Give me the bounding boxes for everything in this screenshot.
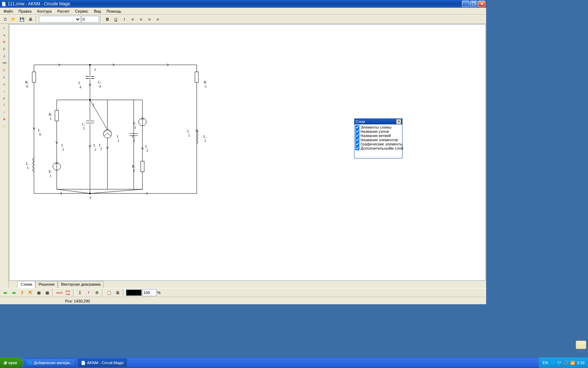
tool-wire[interactable]: ↘ [1,32,8,38]
layer-check[interactable] [355,142,359,146]
tool-emf[interactable]: E [1,46,8,52]
menu-service[interactable]: Сервис [72,8,91,14]
nav-left-icon[interactable]: ⇐ [1,289,9,297]
nav-up-icon[interactable]: ⇑ [18,289,26,297]
tray-icon[interactable]: 🔊 [563,361,568,365]
tray-lang[interactable]: EN [542,361,548,365]
func-icon[interactable]: f [85,289,92,297]
kirch-icon[interactable]: Kirch [56,289,63,297]
bottom-toolbar: ⇐ ⇒ ⇑ ⇱ ▦ ▦ Kirch Колтов Σ f ⚙ 📋 🖶 % [0,288,486,297]
titlebar[interactable]: 📄 111.cmw - AKNM - Circuite Magic _ ❐ ✕ [0,0,486,8]
loop-icon[interactable]: Колтов [64,289,72,297]
align-right-icon[interactable]: ≡ [146,15,153,23]
label-C2: C. 2 [82,122,85,130]
label-I5: I. 5 [187,129,190,137]
task-icon: 🌐 [28,361,33,365]
tray-icon[interactable]: 🌐 [550,361,555,365]
tray-clock[interactable]: 3:10 [577,361,584,365]
layer-check[interactable] [355,146,359,150]
status-pos: Pos: 1430,290 [2,299,90,303]
layer-check[interactable] [355,134,359,138]
layers-close-icon[interactable]: ✕ [396,119,401,124]
tool-current-source[interactable]: J [1,53,8,59]
label-E3: E. 3 [133,121,136,129]
align-left-icon[interactable]: ≡ [129,15,136,23]
layers-panel[interactable]: Слои ✕ Элементы схемы Названия узлов Наз… [354,118,402,158]
layer-item[interactable]: Дополнительныйм слой [355,146,401,150]
tool-line[interactable]: / [1,102,8,108]
align-center-icon[interactable]: ≡ [137,15,145,23]
new-icon[interactable]: 🗋 [1,15,9,23]
tool-inductor[interactable]: L [1,74,8,80]
tool-transformer[interactable]: ⟂ [1,88,8,94]
layer-check[interactable] [355,125,359,129]
tool-node[interactable]: ○ [1,25,8,31]
svg-point-2 [89,64,91,66]
tool-cursor[interactable]: ↙ [1,95,8,101]
nav-home-icon[interactable]: ⇱ [27,289,34,297]
sigma-icon[interactable]: Σ [76,289,84,297]
tool-polygon[interactable]: ⬠ [1,123,8,129]
menu-file[interactable]: Файл [1,8,16,14]
maximize-button[interactable]: ❐ [470,1,477,7]
underline-icon[interactable]: U [112,15,120,23]
layer-item[interactable]: Названия ветвей [355,134,401,138]
label-I2: I. 2 [93,143,96,151]
open-icon[interactable]: 📂 [10,15,18,23]
circuit-schematic [9,25,219,210]
tray-icon[interactable]: 📶 [570,361,575,365]
tool-ground[interactable]: ⊥ [1,81,8,87]
menu-calc[interactable]: Расчет [55,8,72,14]
zoom-input[interactable] [142,289,156,296]
systray[interactable]: EN 🌐 🛡 🔊 📶 3:10 [539,357,588,368]
align-justify-icon[interactable]: ≡ [154,15,162,23]
close-button[interactable]: ✕ [478,1,485,7]
tray-icon[interactable]: 🛡 [557,361,561,365]
tray-widget[interactable] [576,341,586,349]
print-icon[interactable]: 🖶 [27,15,34,23]
layer-check[interactable] [355,129,359,134]
net-speed: 5 KB/s [572,350,586,357]
grid-large-icon[interactable]: ▦ [35,289,43,297]
grid-small-icon[interactable]: ▦ [43,289,51,297]
svg-rect-0 [32,72,36,82]
start-button[interactable]: ⊞ пуск [0,357,23,368]
layer-check[interactable] [355,138,359,142]
font-select[interactable] [39,16,81,23]
color-swatch[interactable] [126,289,142,296]
task-icon: 📄 [81,361,86,365]
minimize-button[interactable]: _ [462,1,469,7]
circuit-canvas[interactable]: 1 2 3 R. 0 R. 5 R. 1 R. 3 C. 4 C. 2 C. 3… [9,24,486,281]
menu-help[interactable]: Помощь [104,8,124,14]
svg-rect-10 [141,161,144,172]
tool-switch[interactable]: ⊣⊢ [1,60,8,66]
taskbar-item[interactable]: 📄 AKNM - Circuit Magic [78,359,127,367]
layers-titlebar[interactable]: Слои ✕ [355,119,402,124]
tab-schema[interactable]: Схема [18,281,35,288]
menu-view[interactable]: Вид [91,8,104,14]
tab-vector[interactable]: Векторная диаграмма [58,281,104,288]
layer-item[interactable]: Элементы схемы [355,125,401,129]
tool-text[interactable]: A [1,116,8,122]
taskbar-item[interactable]: 🌐 Добавление матери... [24,359,76,367]
menubar: Файл Правка Контура Расчет Сервис Вид По… [0,8,486,15]
fontsize-input[interactable] [82,16,99,23]
tool-circle[interactable]: ○ [1,109,8,115]
opts-icon[interactable]: ⚙ [93,289,101,297]
layers-icon[interactable]: 📋 [105,289,113,297]
layer-item[interactable]: Графические элементы [355,142,401,146]
layer-item[interactable]: Названия элементов [355,138,401,142]
italic-icon[interactable]: I [120,15,128,23]
zoom-suffix: % [157,291,161,295]
tool-resistor[interactable]: R [1,39,8,45]
layer-item[interactable]: Названия узлов [355,129,401,134]
save-icon[interactable]: 💾 [18,15,26,23]
tab-solution[interactable]: Решение [35,281,58,288]
tool-capacitor[interactable]: C [1,67,8,73]
menu-edit[interactable]: Правка [16,8,34,14]
label-R5: R. 5 [204,80,207,88]
bold-icon[interactable]: B [104,15,111,23]
nav-right-icon[interactable]: ⇒ [10,289,18,297]
print2-icon[interactable]: 🖶 [114,289,121,297]
menu-loops[interactable]: Контура [34,8,54,14]
